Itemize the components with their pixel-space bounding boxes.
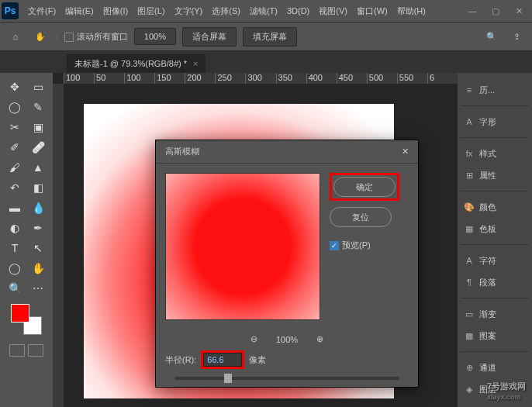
menu-select[interactable]: 选择(S) <box>207 0 245 22</box>
panel-swatches[interactable]: ▦色板 <box>461 218 529 240</box>
channels-icon: ⊕ <box>464 363 475 373</box>
fit-screen-button[interactable]: 适合屏幕 <box>182 27 237 47</box>
tab-close-icon[interactable]: × <box>193 59 198 68</box>
document-tabs: 未标题-1 @ 79.3%(RGB/8#) * × <box>0 51 532 73</box>
maximize-button[interactable]: ▢ <box>484 0 507 22</box>
layers-icon: ◈ <box>464 385 475 395</box>
panel-styles[interactable]: fx样式 <box>461 143 529 164</box>
marquee-tool[interactable]: ▭ <box>27 78 49 96</box>
type-tool[interactable]: T <box>4 239 26 257</box>
move-tool[interactable]: ✥ <box>4 78 26 96</box>
vertical-ruler <box>53 84 64 407</box>
scroll-all-checkbox[interactable]: 滚动所有窗口 <box>64 31 128 43</box>
edit-toolbar[interactable]: ⋯ <box>27 279 49 298</box>
document-tab[interactable]: 未标题-1 @ 79.3%(RGB/8#) * × <box>67 54 206 73</box>
panel-dock: ≡历... A字形 fx样式 ⊞属性 🎨颜色 ▦色板 A字符 ¶段落 ▭渐变 ▩… <box>458 73 532 407</box>
pen-tool[interactable]: ✒ <box>27 219 49 237</box>
gradients-icon: ▭ <box>464 309 475 319</box>
styles-icon: fx <box>464 149 475 158</box>
panel-character[interactable]: A字符 <box>461 250 529 271</box>
dialog-title: 高斯模糊 <box>165 146 199 157</box>
ok-button[interactable]: 确定 <box>333 177 396 197</box>
filter-preview[interactable] <box>165 173 320 320</box>
panel-gradients[interactable]: ▭渐变 <box>461 303 529 325</box>
hand-tool-icon[interactable]: ✋ <box>31 27 50 46</box>
menu-view[interactable]: 视图(V) <box>314 0 352 22</box>
patterns-icon: ▩ <box>464 331 475 341</box>
gaussian-blur-dialog: 高斯模糊 ✕ 确定 复位 ✓ 预览(P) ⊖ 100% ⊕ 半径(R): 像素 <box>155 140 419 388</box>
properties-icon: ⊞ <box>464 171 475 181</box>
toolbox: ✥ ▭ ◯ ✎ ✂ ▣ ✐ 🩹 🖌 ▲ ↶ ◧ ▬ 💧 ◐ ✒ T ↖ ◯ ✋ … <box>0 73 53 407</box>
checkbox-icon: ✓ <box>330 241 339 250</box>
blur-tool[interactable]: 💧 <box>27 198 49 217</box>
minimize-button[interactable]: — <box>461 0 484 22</box>
panel-properties[interactable]: ⊞属性 <box>461 164 529 186</box>
crop-tool[interactable]: ✂ <box>4 118 26 136</box>
menu-type[interactable]: 文字(Y) <box>170 0 208 22</box>
menu-layer[interactable]: 图层(L) <box>133 0 169 22</box>
panel-paragraph[interactable]: ¶段落 <box>461 271 529 293</box>
watermark: 7号游戏网 xlayx.com <box>487 377 526 401</box>
path-tool[interactable]: ↖ <box>27 239 49 257</box>
hand-tool[interactable]: ✋ <box>27 259 49 278</box>
paragraph-icon: ¶ <box>464 278 475 287</box>
heal-tool[interactable]: 🩹 <box>27 138 49 157</box>
menu-filter[interactable]: 滤镜(T) <box>245 0 282 22</box>
brush-tool[interactable]: 🖌 <box>4 158 26 177</box>
menu-help[interactable]: 帮助(H) <box>392 0 430 22</box>
search-icon[interactable]: 🔍 <box>482 27 501 46</box>
color-icon: 🎨 <box>464 202 475 212</box>
character-icon: A <box>464 256 475 265</box>
radius-slider[interactable] <box>174 377 399 380</box>
zoom-field[interactable]: 100% <box>134 28 176 45</box>
slider-thumb[interactable] <box>224 374 232 383</box>
menu-file[interactable]: 文件(F) <box>23 0 60 22</box>
horizontal-ruler: 100501001502002503003504004505005506 <box>64 73 458 84</box>
dialog-close-icon[interactable]: ✕ <box>402 147 409 157</box>
app-logo: Ps <box>2 2 19 19</box>
history-icon: ≡ <box>464 85 475 95</box>
panel-history[interactable]: ≡历... <box>461 79 529 101</box>
panel-color[interactable]: 🎨颜色 <box>461 196 529 218</box>
panel-glyphs[interactable]: A字形 <box>461 111 529 133</box>
menubar: Ps 文件(F) 编辑(E) 图像(I) 图层(L) 文字(Y) 选择(S) 滤… <box>0 0 532 22</box>
shape-tool[interactable]: ◯ <box>4 259 26 278</box>
history-brush-tool[interactable]: ↶ <box>4 178 26 197</box>
fill-screen-button[interactable]: 填充屏幕 <box>243 27 297 47</box>
menu-image[interactable]: 图像(I) <box>98 0 133 22</box>
panel-patterns[interactable]: ▩图案 <box>461 325 529 347</box>
close-button[interactable]: ✕ <box>507 0 530 22</box>
reset-button[interactable]: 复位 <box>330 207 392 227</box>
highlight-radius <box>201 350 244 369</box>
glyphs-icon: A <box>464 117 475 126</box>
menu-window[interactable]: 窗口(W) <box>352 0 392 22</box>
foreground-color[interactable] <box>11 304 29 322</box>
stamp-tool[interactable]: ▲ <box>27 158 49 177</box>
radius-input[interactable] <box>203 353 242 367</box>
highlight-ok: 确定 <box>330 173 399 201</box>
screen-mode[interactable] <box>28 344 43 357</box>
options-bar: ⌂ ✋ | 滚动所有窗口 100% 适合屏幕 填充屏幕 🔍 ⇪ <box>0 22 532 51</box>
zoom-in-icon[interactable]: ⊕ <box>316 334 323 344</box>
radius-label: 半径(R): <box>165 354 196 366</box>
preview-zoom: 100% <box>276 335 298 344</box>
home-icon[interactable]: ⌂ <box>6 27 25 46</box>
dodge-tool[interactable]: ◐ <box>4 219 26 237</box>
lasso-tool[interactable]: ◯ <box>4 98 26 116</box>
eraser-tool[interactable]: ◧ <box>27 178 49 197</box>
frame-tool[interactable]: ▣ <box>27 118 49 136</box>
preview-checkbox[interactable]: ✓ 预览(P) <box>330 240 399 251</box>
eyedropper-tool[interactable]: ✐ <box>4 138 26 157</box>
menu-edit[interactable]: 编辑(E) <box>60 0 98 22</box>
zoom-out-icon[interactable]: ⊖ <box>250 334 257 344</box>
gradient-tool[interactable]: ▬ <box>4 198 26 217</box>
radius-unit: 像素 <box>249 354 266 366</box>
quick-select-tool[interactable]: ✎ <box>27 98 49 116</box>
dialog-titlebar[interactable]: 高斯模糊 ✕ <box>156 140 418 164</box>
color-swatches[interactable] <box>11 304 42 335</box>
share-icon[interactable]: ⇪ <box>507 27 526 46</box>
panel-channels[interactable]: ⊕通道 <box>461 357 529 378</box>
zoom-tool[interactable]: 🔍 <box>4 279 26 298</box>
menu-3d[interactable]: 3D(D) <box>282 0 314 22</box>
quick-mask[interactable] <box>9 344 25 357</box>
